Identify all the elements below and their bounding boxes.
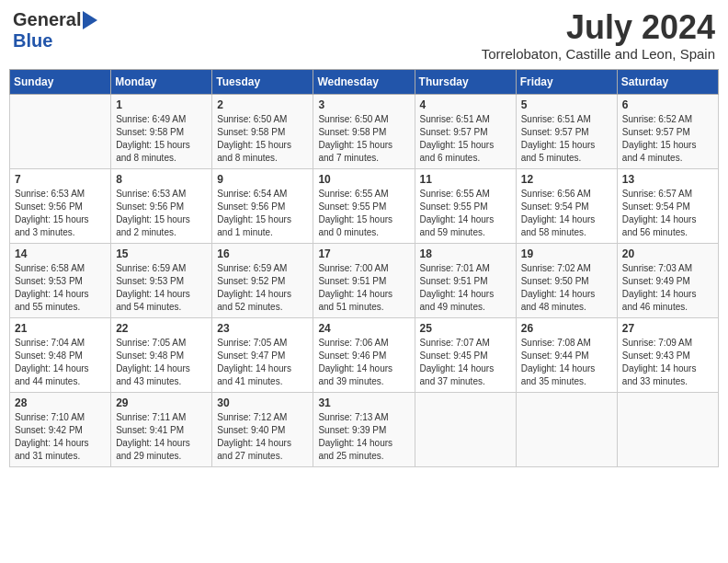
calendar-cell: 30Sunrise: 7:12 AM Sunset: 9:40 PM Dayli… xyxy=(212,392,313,466)
day-info: Sunrise: 6:55 AM Sunset: 9:55 PM Dayligh… xyxy=(420,188,511,239)
day-number: 23 xyxy=(217,322,308,335)
calendar-cell: 22Sunrise: 7:05 AM Sunset: 9:48 PM Dayli… xyxy=(111,317,212,392)
day-number: 20 xyxy=(622,247,713,260)
calendar-cell xyxy=(10,94,111,168)
calendar-cell: 24Sunrise: 7:06 AM Sunset: 9:46 PM Dayli… xyxy=(313,317,415,392)
logo-blue-text: Blue xyxy=(13,30,52,51)
day-number: 15 xyxy=(116,247,207,260)
day-info: Sunrise: 7:09 AM Sunset: 9:43 PM Dayligh… xyxy=(622,337,713,388)
day-info: Sunrise: 7:05 AM Sunset: 9:47 PM Dayligh… xyxy=(217,337,308,388)
day-info: Sunrise: 6:58 AM Sunset: 9:53 PM Dayligh… xyxy=(15,262,106,314)
day-number: 27 xyxy=(622,322,713,335)
logo-triangle-icon xyxy=(83,11,97,29)
month-year-title: July 2024 xyxy=(482,9,715,46)
day-info: Sunrise: 6:53 AM Sunset: 9:56 PM Dayligh… xyxy=(15,188,106,239)
day-info: Sunrise: 6:49 AM Sunset: 9:58 PM Dayligh… xyxy=(116,113,207,165)
calendar-cell xyxy=(516,392,617,466)
calendar-table: SundayMondayTuesdayWednesdayThursdayFrid… xyxy=(9,69,719,467)
calendar-week-4: 21Sunrise: 7:04 AM Sunset: 9:48 PM Dayli… xyxy=(10,317,719,392)
day-number: 4 xyxy=(420,98,511,111)
calendar-cell: 20Sunrise: 7:03 AM Sunset: 9:49 PM Dayli… xyxy=(617,243,718,317)
day-number: 12 xyxy=(521,173,612,186)
calendar-cell: 8Sunrise: 6:53 AM Sunset: 9:56 PM Daylig… xyxy=(111,168,212,243)
location-text: Torrelobaton, Castille and Leon, Spain xyxy=(482,46,715,62)
weekday-header-friday: Friday xyxy=(516,69,617,94)
logo: General Blue xyxy=(13,9,97,52)
day-number: 8 xyxy=(116,173,207,186)
calendar-cell: 13Sunrise: 6:57 AM Sunset: 9:54 PM Dayli… xyxy=(617,168,718,243)
day-info: Sunrise: 7:13 AM Sunset: 9:39 PM Dayligh… xyxy=(318,411,409,463)
day-number: 19 xyxy=(521,247,612,260)
weekday-header-wednesday: Wednesday xyxy=(313,69,415,94)
day-number: 25 xyxy=(420,322,511,335)
day-info: Sunrise: 6:55 AM Sunset: 9:55 PM Dayligh… xyxy=(318,188,409,239)
day-info: Sunrise: 6:52 AM Sunset: 9:57 PM Dayligh… xyxy=(622,113,713,165)
day-number: 31 xyxy=(318,396,409,409)
calendar-body: 1Sunrise: 6:49 AM Sunset: 9:58 PM Daylig… xyxy=(10,94,719,466)
day-number: 16 xyxy=(217,247,308,260)
calendar-cell: 28Sunrise: 7:10 AM Sunset: 9:42 PM Dayli… xyxy=(10,392,111,466)
calendar-cell: 12Sunrise: 6:56 AM Sunset: 9:54 PM Dayli… xyxy=(516,168,617,243)
day-number: 1 xyxy=(116,98,207,111)
calendar-cell: 16Sunrise: 6:59 AM Sunset: 9:52 PM Dayli… xyxy=(212,243,313,317)
calendar-cell: 11Sunrise: 6:55 AM Sunset: 9:55 PM Dayli… xyxy=(415,168,516,243)
calendar-cell: 21Sunrise: 7:04 AM Sunset: 9:48 PM Dayli… xyxy=(10,317,111,392)
weekday-header-saturday: Saturday xyxy=(617,69,718,94)
day-info: Sunrise: 7:07 AM Sunset: 9:45 PM Dayligh… xyxy=(420,337,511,388)
calendar-cell: 4Sunrise: 6:51 AM Sunset: 9:57 PM Daylig… xyxy=(415,94,516,168)
day-info: Sunrise: 7:01 AM Sunset: 9:51 PM Dayligh… xyxy=(420,262,511,314)
day-number: 17 xyxy=(318,247,409,260)
day-info: Sunrise: 7:12 AM Sunset: 9:40 PM Dayligh… xyxy=(217,411,308,463)
day-info: Sunrise: 7:02 AM Sunset: 9:50 PM Dayligh… xyxy=(521,262,612,314)
day-number: 14 xyxy=(15,247,106,260)
day-info: Sunrise: 7:11 AM Sunset: 9:41 PM Dayligh… xyxy=(116,411,207,463)
calendar-header: SundayMondayTuesdayWednesdayThursdayFrid… xyxy=(10,69,719,94)
day-number: 13 xyxy=(622,173,713,186)
day-number: 22 xyxy=(116,322,207,335)
logo-general-text: General xyxy=(13,9,81,30)
calendar-cell: 6Sunrise: 6:52 AM Sunset: 9:57 PM Daylig… xyxy=(617,94,718,168)
day-number: 3 xyxy=(318,98,409,111)
day-info: Sunrise: 7:05 AM Sunset: 9:48 PM Dayligh… xyxy=(116,337,207,388)
day-number: 2 xyxy=(217,98,308,111)
day-info: Sunrise: 6:53 AM Sunset: 9:56 PM Dayligh… xyxy=(116,188,207,239)
calendar-cell: 14Sunrise: 6:58 AM Sunset: 9:53 PM Dayli… xyxy=(10,243,111,317)
day-info: Sunrise: 6:57 AM Sunset: 9:54 PM Dayligh… xyxy=(622,188,713,239)
day-number: 9 xyxy=(217,173,308,186)
calendar-cell xyxy=(415,392,516,466)
calendar-cell: 5Sunrise: 6:51 AM Sunset: 9:57 PM Daylig… xyxy=(516,94,617,168)
day-info: Sunrise: 6:51 AM Sunset: 9:57 PM Dayligh… xyxy=(420,113,511,165)
day-info: Sunrise: 7:10 AM Sunset: 9:42 PM Dayligh… xyxy=(15,411,106,463)
day-info: Sunrise: 6:51 AM Sunset: 9:57 PM Dayligh… xyxy=(521,113,612,165)
calendar-cell: 7Sunrise: 6:53 AM Sunset: 9:56 PM Daylig… xyxy=(10,168,111,243)
day-number: 11 xyxy=(420,173,511,186)
day-info: Sunrise: 6:50 AM Sunset: 9:58 PM Dayligh… xyxy=(318,113,409,165)
day-number: 10 xyxy=(318,173,409,186)
calendar-cell: 31Sunrise: 7:13 AM Sunset: 9:39 PM Dayli… xyxy=(313,392,415,466)
calendar-cell: 23Sunrise: 7:05 AM Sunset: 9:47 PM Dayli… xyxy=(212,317,313,392)
day-info: Sunrise: 7:00 AM Sunset: 9:51 PM Dayligh… xyxy=(318,262,409,314)
day-number: 26 xyxy=(521,322,612,335)
calendar-cell: 15Sunrise: 6:59 AM Sunset: 9:53 PM Dayli… xyxy=(111,243,212,317)
title-section: July 2024 Torrelobaton, Castille and Leo… xyxy=(482,9,715,62)
day-number: 30 xyxy=(217,396,308,409)
weekday-header-tuesday: Tuesday xyxy=(212,69,313,94)
day-number: 7 xyxy=(15,173,106,186)
day-info: Sunrise: 7:03 AM Sunset: 9:49 PM Dayligh… xyxy=(622,262,713,314)
day-number: 5 xyxy=(521,98,612,111)
day-number: 18 xyxy=(420,247,511,260)
day-info: Sunrise: 7:06 AM Sunset: 9:46 PM Dayligh… xyxy=(318,337,409,388)
page-header: General Blue July 2024 Torrelobaton, Cas… xyxy=(9,9,719,62)
calendar-cell: 26Sunrise: 7:08 AM Sunset: 9:44 PM Dayli… xyxy=(516,317,617,392)
calendar-cell xyxy=(617,392,718,466)
weekday-header-monday: Monday xyxy=(111,69,212,94)
day-number: 29 xyxy=(116,396,207,409)
day-info: Sunrise: 6:50 AM Sunset: 9:58 PM Dayligh… xyxy=(217,113,308,165)
calendar-cell: 3Sunrise: 6:50 AM Sunset: 9:58 PM Daylig… xyxy=(313,94,415,168)
calendar-cell: 17Sunrise: 7:00 AM Sunset: 9:51 PM Dayli… xyxy=(313,243,415,317)
day-info: Sunrise: 7:08 AM Sunset: 9:44 PM Dayligh… xyxy=(521,337,612,388)
weekday-header-sunday: Sunday xyxy=(10,69,111,94)
day-number: 21 xyxy=(15,322,106,335)
day-number: 24 xyxy=(318,322,409,335)
calendar-cell: 9Sunrise: 6:54 AM Sunset: 9:56 PM Daylig… xyxy=(212,168,313,243)
